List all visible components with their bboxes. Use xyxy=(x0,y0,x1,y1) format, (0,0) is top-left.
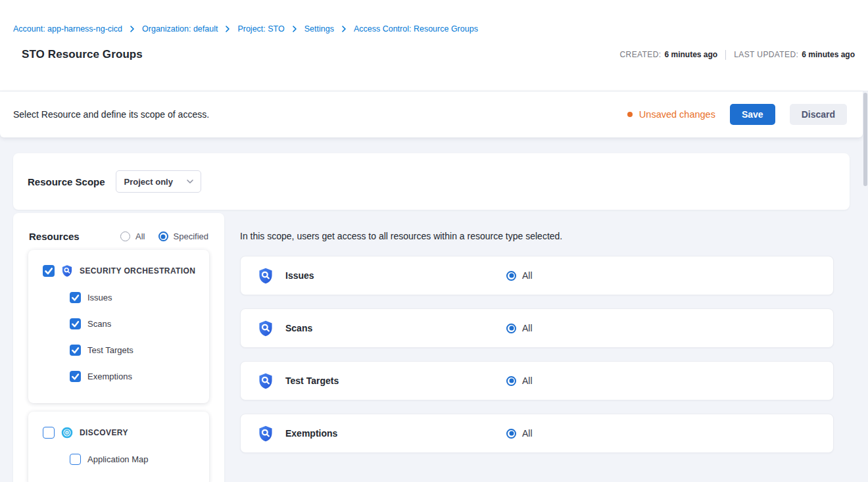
group-label: SECURITY ORCHESTRATION xyxy=(80,266,195,276)
resource-card-label: Test Targets xyxy=(285,375,339,386)
resource-card-label: Issues xyxy=(285,270,314,281)
access-radio-all[interactable]: All xyxy=(506,375,533,386)
discard-button[interactable]: Discard xyxy=(790,104,847,125)
scroll-region: Select Resource and define its scope of … xyxy=(0,91,868,482)
shield-search-icon xyxy=(256,267,275,285)
resource-scope-selected-value: Project only xyxy=(124,177,173,187)
radio-specified[interactable]: Specified xyxy=(158,231,208,241)
chevron-right-icon xyxy=(224,25,231,33)
check-icon xyxy=(70,371,81,382)
breadcrumb: Account: app-harness-ng-cicd Organizatio… xyxy=(13,0,855,34)
resource-group-security-orchestration: SECURITY ORCHESTRATION Issues Scans xyxy=(28,250,209,403)
access-radio-control[interactable] xyxy=(506,271,516,281)
tree-child-row: Issues xyxy=(28,284,209,310)
access-radio-control[interactable] xyxy=(506,376,516,386)
created-value: 6 minutes ago xyxy=(665,50,718,59)
last-updated-label: LAST UPDATED: xyxy=(734,50,798,59)
breadcrumb-account-link[interactable]: Account: app-harness-ng-cicd xyxy=(13,24,122,34)
resources-title: Resources xyxy=(29,231,80,242)
tree-child-row: Application Map xyxy=(28,446,209,472)
access-radio-all[interactable]: All xyxy=(506,428,533,439)
scope-description: In this scope, users get access to all r… xyxy=(240,231,850,241)
breadcrumb-project-link[interactable]: Project: STO xyxy=(237,24,284,34)
resources-panel: Resources All Specified xyxy=(13,213,224,482)
check-icon xyxy=(70,318,81,329)
child-label: Application Map xyxy=(87,454,149,464)
child-label: Test Targets xyxy=(87,345,133,355)
radio-specified-label: Specified xyxy=(174,231,208,241)
resource-card-exemptions: Exemptions All xyxy=(240,414,834,453)
access-radio-all[interactable]: All xyxy=(506,323,533,333)
toolbar-description: Select Resource and define its scope of … xyxy=(13,109,209,120)
meta-divider xyxy=(725,50,726,60)
record-meta: CREATED: 6 minutes ago LAST UPDATED: 6 m… xyxy=(620,50,855,60)
child-label: Issues xyxy=(87,293,112,302)
radio-specified-control[interactable] xyxy=(158,231,168,241)
page-title: STO Resource Groups xyxy=(22,48,143,61)
resource-group-discovery: DISCOVERY Application Map xyxy=(28,412,209,482)
resource-scope-card: Resource Scope Project only xyxy=(13,153,850,210)
resource-card-test-targets: Test Targets All xyxy=(240,361,834,400)
issues-checkbox[interactable] xyxy=(70,292,81,303)
unsaved-dot-icon xyxy=(627,112,633,117)
shield-search-icon xyxy=(256,320,275,337)
resource-scope-label: Resource Scope xyxy=(28,176,105,187)
tree-child-row: Scans xyxy=(28,310,209,337)
breadcrumb-settings-link[interactable]: Settings xyxy=(304,24,334,34)
chevron-down-icon xyxy=(186,178,194,185)
access-radio-control[interactable] xyxy=(506,429,516,439)
resource-card-label: Scans xyxy=(285,323,312,333)
breadcrumb-organization-link[interactable]: Organization: default xyxy=(142,24,218,34)
tree-child-row: Exemptions xyxy=(28,363,209,389)
tree-group-row: SECURITY ORCHESTRATION xyxy=(28,264,209,278)
access-radio-label: All xyxy=(522,323,533,333)
shield-search-icon xyxy=(60,264,74,277)
scope-detail-column: In this scope, users get access to all r… xyxy=(240,213,850,482)
resources-mode-radio-group: All Specified xyxy=(120,231,208,241)
save-button[interactable]: Save xyxy=(730,104,775,125)
child-label: Scans xyxy=(87,319,111,329)
resource-card-issues: Issues All xyxy=(240,256,834,295)
chevron-right-icon xyxy=(128,25,136,33)
access-radio-label: All xyxy=(522,375,533,386)
created-label: CREATED: xyxy=(620,50,662,59)
exemptions-checkbox[interactable] xyxy=(70,371,81,382)
chevron-right-icon xyxy=(340,25,348,33)
shield-search-icon xyxy=(256,372,275,390)
unsaved-changes-label: Unsaved changes xyxy=(639,109,715,120)
access-radio-label: All xyxy=(522,270,533,281)
test-targets-checkbox[interactable] xyxy=(70,345,81,356)
resource-scope-select[interactable]: Project only xyxy=(116,170,201,193)
radar-icon xyxy=(60,426,74,439)
scans-checkbox[interactable] xyxy=(70,318,81,329)
breadcrumb-resource-groups-link[interactable]: Access Control: Resource Groups xyxy=(354,24,478,34)
radio-all-label: All xyxy=(135,231,145,241)
radio-all[interactable]: All xyxy=(120,231,145,241)
discovery-checkbox[interactable] xyxy=(43,427,55,439)
child-label: Exemptions xyxy=(87,372,132,381)
page-content: Resource Scope Project only Resources Al… xyxy=(0,137,868,482)
access-radio-label: All xyxy=(522,428,533,439)
tree-child-row: Test Targets xyxy=(28,337,209,363)
last-updated-value: 6 minutes ago xyxy=(802,50,855,59)
chevron-right-icon xyxy=(291,25,299,33)
radio-all-control[interactable] xyxy=(120,231,130,241)
access-radio-all[interactable]: All xyxy=(506,270,533,281)
group-label: DISCOVERY xyxy=(80,428,128,437)
check-icon xyxy=(70,292,81,303)
check-icon xyxy=(70,345,81,356)
page-header: Account: app-harness-ng-cicd Organizatio… xyxy=(0,0,868,91)
resource-card-scans: Scans All xyxy=(240,308,834,348)
application-map-checkbox[interactable] xyxy=(70,454,81,465)
action-toolbar: Select Resource and define its scope of … xyxy=(0,91,863,137)
security-orchestration-checkbox[interactable] xyxy=(43,265,55,277)
unsaved-changes-indicator: Unsaved changes xyxy=(627,109,715,120)
resource-card-label: Exemptions xyxy=(285,428,337,439)
access-radio-control[interactable] xyxy=(506,324,516,333)
vertical-scrollbar-thumb[interactable] xyxy=(863,93,867,186)
tree-group-row: DISCOVERY xyxy=(28,425,209,440)
check-icon xyxy=(43,265,55,277)
shield-search-icon xyxy=(256,425,275,443)
